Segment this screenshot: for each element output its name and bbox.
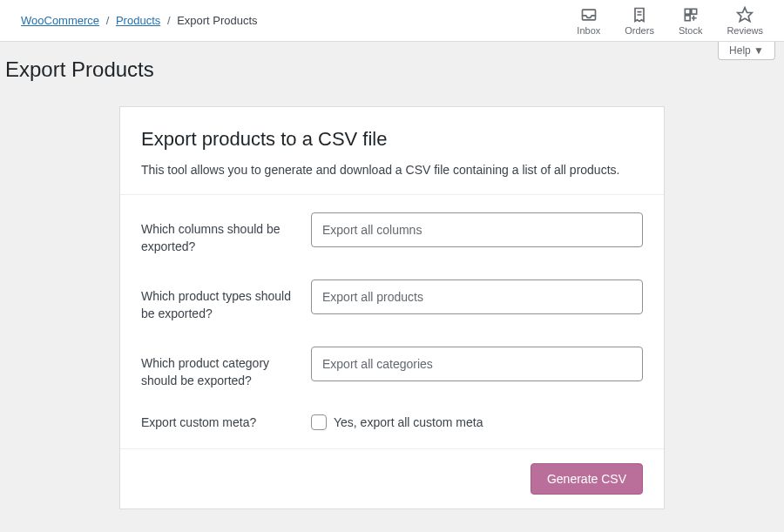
breadcrumb-products[interactable]: Products (116, 14, 160, 27)
card-body: Which columns should be exported? Export… (120, 195, 664, 449)
category-row: Which product category should be exporte… (141, 347, 643, 389)
inbox-label: Inbox (577, 25, 600, 36)
svg-rect-3 (685, 15, 690, 20)
export-card: Export products to a CSV file This tool … (119, 106, 665, 509)
custom-meta-checkbox-label: Yes, export all custom meta (334, 415, 483, 429)
reviews-label: Reviews (727, 25, 763, 36)
generate-csv-button[interactable]: Generate CSV (531, 463, 643, 495)
top-bar: WooCommerce / Products / Export Products… (0, 0, 784, 42)
reviews-button[interactable]: Reviews (727, 6, 763, 36)
orders-label: Orders (625, 25, 654, 36)
star-icon (736, 6, 754, 24)
orders-icon (631, 6, 648, 24)
orders-button[interactable]: Orders (625, 6, 654, 36)
breadcrumb: WooCommerce / Products / Export Products (21, 14, 258, 27)
breadcrumb-separator: / (106, 14, 110, 27)
card-header: Export products to a CSV file This tool … (120, 107, 664, 195)
inbox-button[interactable]: Inbox (577, 6, 600, 36)
svg-rect-1 (685, 9, 690, 14)
card-footer: Generate CSV (120, 449, 664, 508)
inbox-icon (580, 6, 598, 24)
stock-button[interactable]: Stock (679, 6, 703, 36)
custom-meta-label: Export custom meta? (141, 414, 311, 432)
stock-label: Stock (679, 25, 703, 36)
custom-meta-checkbox[interactable] (311, 414, 327, 430)
svg-marker-4 (738, 7, 753, 21)
custom-meta-control: Yes, export all custom meta (311, 414, 643, 430)
svg-rect-2 (691, 9, 696, 14)
stock-icon (682, 6, 700, 24)
product-types-select[interactable]: Export all products (311, 279, 643, 314)
product-types-control: Export all products (311, 279, 643, 314)
category-control: Export all categories (311, 347, 643, 381)
columns-select[interactable]: Export all columns (311, 212, 643, 247)
product-types-row: Which product types should be exported? … (141, 279, 643, 322)
help-label: Help (729, 44, 751, 57)
columns-control: Export all columns (311, 212, 643, 247)
page-title: Export Products (0, 42, 784, 82)
product-types-label: Which product types should be exported? (141, 279, 311, 322)
top-icons: Inbox Orders Stock Reviews (577, 6, 784, 36)
category-label: Which product category should be exporte… (141, 347, 311, 389)
breadcrumb-separator: / (167, 14, 171, 27)
help-tab[interactable]: Help ▼ (718, 42, 775, 60)
card-description: This tool allows you to generate and dow… (141, 163, 643, 177)
breadcrumb-woocommerce[interactable]: WooCommerce (21, 14, 99, 27)
columns-label: Which columns should be exported? (141, 212, 311, 255)
breadcrumb-current: Export Products (177, 14, 258, 27)
category-select[interactable]: Export all categories (311, 347, 643, 381)
card-title: Export products to a CSV file (141, 128, 643, 151)
custom-meta-row: Export custom meta? Yes, export all cust… (141, 414, 643, 432)
columns-row: Which columns should be exported? Export… (141, 212, 643, 255)
